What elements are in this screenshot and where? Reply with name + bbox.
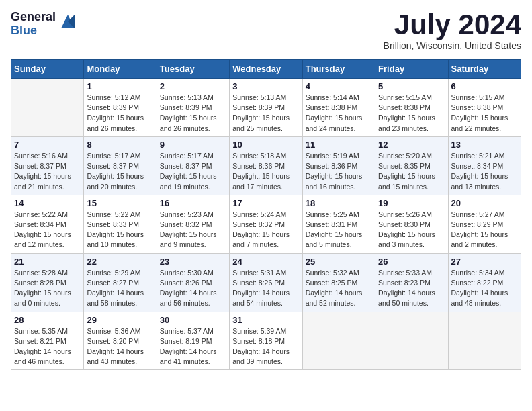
calendar-day-cell: 9Sunrise: 5:17 AM Sunset: 8:37 PM Daylig…: [157, 136, 229, 195]
logo: General Blue: [11, 11, 77, 38]
weekday-header: Thursday: [302, 60, 375, 79]
day-number: 20: [451, 198, 518, 208]
day-number: 7: [14, 140, 81, 150]
calendar-day-cell: 27Sunrise: 5:34 AM Sunset: 8:22 PM Dayli…: [448, 253, 521, 312]
logo-icon: [58, 12, 77, 31]
calendar-day-cell: 18Sunrise: 5:25 AM Sunset: 8:31 PM Dayli…: [302, 195, 375, 253]
day-info: Sunrise: 5:31 AM Sunset: 8:26 PM Dayligh…: [232, 268, 299, 309]
logo-general: General: [11, 11, 56, 24]
calendar-day-cell: 22Sunrise: 5:29 AM Sunset: 8:27 PM Dayli…: [84, 253, 157, 312]
day-number: 29: [87, 315, 153, 325]
calendar-day-cell: 11Sunrise: 5:19 AM Sunset: 8:36 PM Dayli…: [302, 136, 375, 195]
calendar-day-cell: 6Sunrise: 5:15 AM Sunset: 8:38 PM Daylig…: [448, 79, 521, 137]
day-info: Sunrise: 5:30 AM Sunset: 8:26 PM Dayligh…: [160, 268, 226, 309]
weekday-header: Monday: [84, 60, 157, 79]
calendar-day-cell: [448, 312, 521, 370]
calendar-day-cell: 1Sunrise: 5:12 AM Sunset: 8:39 PM Daylig…: [84, 79, 157, 137]
calendar-day-cell: 24Sunrise: 5:31 AM Sunset: 8:26 PM Dayli…: [230, 253, 302, 312]
day-info: Sunrise: 5:29 AM Sunset: 8:27 PM Dayligh…: [87, 268, 153, 309]
day-info: Sunrise: 5:24 AM Sunset: 8:32 PM Dayligh…: [232, 210, 299, 250]
day-info: Sunrise: 5:35 AM Sunset: 8:21 PM Dayligh…: [14, 326, 81, 367]
day-info: Sunrise: 5:26 AM Sunset: 8:30 PM Dayligh…: [378, 210, 445, 250]
day-info: Sunrise: 5:22 AM Sunset: 8:33 PM Dayligh…: [87, 210, 153, 250]
day-number: 18: [306, 198, 372, 208]
logo-blue: Blue: [11, 24, 56, 38]
day-number: 6: [451, 81, 518, 91]
day-info: Sunrise: 5:15 AM Sunset: 8:38 PM Dayligh…: [378, 93, 445, 134]
calendar-day-cell: 19Sunrise: 5:26 AM Sunset: 8:30 PM Dayli…: [375, 195, 448, 253]
day-info: Sunrise: 5:21 AM Sunset: 8:34 PM Dayligh…: [451, 151, 518, 192]
day-info: Sunrise: 5:27 AM Sunset: 8:29 PM Dayligh…: [451, 210, 518, 250]
day-number: 12: [378, 140, 445, 150]
day-number: 25: [306, 257, 372, 267]
calendar-day-cell: 31Sunrise: 5:39 AM Sunset: 8:18 PM Dayli…: [230, 312, 302, 370]
calendar-day-cell: 26Sunrise: 5:33 AM Sunset: 8:23 PM Dayli…: [375, 253, 448, 312]
day-number: 5: [378, 81, 445, 91]
day-info: Sunrise: 5:25 AM Sunset: 8:31 PM Dayligh…: [306, 210, 372, 250]
calendar-day-cell: 7Sunrise: 5:16 AM Sunset: 8:37 PM Daylig…: [11, 136, 84, 195]
page-header: General Blue July 2024 Brillion, Wiscons…: [11, 11, 521, 51]
calendar-day-cell: 20Sunrise: 5:27 AM Sunset: 8:29 PM Dayli…: [448, 195, 521, 253]
day-number: 24: [232, 257, 299, 267]
calendar-day-cell: [375, 312, 448, 370]
weekday-header: Tuesday: [157, 60, 229, 79]
day-number: 28: [14, 315, 81, 325]
calendar-day-cell: 5Sunrise: 5:15 AM Sunset: 8:38 PM Daylig…: [375, 79, 448, 137]
calendar-day-cell: [11, 79, 84, 137]
day-number: 3: [232, 81, 299, 91]
day-info: Sunrise: 5:37 AM Sunset: 8:19 PM Dayligh…: [160, 326, 226, 367]
calendar-day-cell: 17Sunrise: 5:24 AM Sunset: 8:32 PM Dayli…: [230, 195, 302, 253]
weekday-header: Wednesday: [230, 60, 302, 79]
calendar-week-row: 21Sunrise: 5:28 AM Sunset: 8:28 PM Dayli…: [11, 253, 521, 312]
day-info: Sunrise: 5:15 AM Sunset: 8:38 PM Dayligh…: [451, 93, 518, 134]
calendar-week-row: 7Sunrise: 5:16 AM Sunset: 8:37 PM Daylig…: [11, 136, 521, 195]
logo-text: General Blue: [11, 11, 56, 38]
calendar-day-cell: 29Sunrise: 5:36 AM Sunset: 8:20 PM Dayli…: [84, 312, 157, 370]
calendar-day-cell: 3Sunrise: 5:13 AM Sunset: 8:39 PM Daylig…: [230, 79, 302, 137]
day-info: Sunrise: 5:17 AM Sunset: 8:37 PM Dayligh…: [160, 151, 226, 192]
day-number: 23: [160, 257, 226, 267]
weekday-header: Saturday: [448, 60, 521, 79]
calendar-day-cell: 8Sunrise: 5:17 AM Sunset: 8:37 PM Daylig…: [84, 136, 157, 195]
weekday-header: Friday: [375, 60, 448, 79]
day-info: Sunrise: 5:32 AM Sunset: 8:25 PM Dayligh…: [306, 268, 372, 309]
day-info: Sunrise: 5:22 AM Sunset: 8:34 PM Dayligh…: [14, 210, 81, 250]
day-number: 2: [160, 81, 226, 91]
day-info: Sunrise: 5:12 AM Sunset: 8:39 PM Dayligh…: [87, 93, 153, 134]
calendar-day-cell: 16Sunrise: 5:23 AM Sunset: 8:32 PM Dayli…: [157, 195, 229, 253]
day-number: 8: [87, 140, 153, 150]
day-info: Sunrise: 5:13 AM Sunset: 8:39 PM Dayligh…: [160, 93, 226, 134]
day-number: 13: [451, 140, 518, 150]
day-info: Sunrise: 5:23 AM Sunset: 8:32 PM Dayligh…: [160, 210, 226, 250]
day-number: 31: [232, 315, 299, 325]
day-number: 30: [160, 315, 226, 325]
day-number: 27: [451, 257, 518, 267]
day-info: Sunrise: 5:20 AM Sunset: 8:35 PM Dayligh…: [378, 151, 445, 192]
day-info: Sunrise: 5:16 AM Sunset: 8:37 PM Dayligh…: [14, 151, 81, 192]
day-info: Sunrise: 5:17 AM Sunset: 8:37 PM Dayligh…: [87, 151, 153, 192]
location: Brillion, Wisconsin, United States: [384, 40, 521, 51]
calendar-week-row: 14Sunrise: 5:22 AM Sunset: 8:34 PM Dayli…: [11, 195, 521, 253]
day-number: 4: [306, 81, 372, 91]
day-number: 22: [87, 257, 153, 267]
day-info: Sunrise: 5:18 AM Sunset: 8:36 PM Dayligh…: [232, 151, 299, 192]
calendar-day-cell: 14Sunrise: 5:22 AM Sunset: 8:34 PM Dayli…: [11, 195, 84, 253]
calendar-day-cell: 30Sunrise: 5:37 AM Sunset: 8:19 PM Dayli…: [157, 312, 229, 370]
month-title: July 2024: [384, 11, 521, 39]
day-info: Sunrise: 5:33 AM Sunset: 8:23 PM Dayligh…: [378, 268, 445, 309]
calendar-week-row: 28Sunrise: 5:35 AM Sunset: 8:21 PM Dayli…: [11, 312, 521, 370]
calendar-day-cell: 13Sunrise: 5:21 AM Sunset: 8:34 PM Dayli…: [448, 136, 521, 195]
title-block: July 2024 Brillion, Wisconsin, United St…: [384, 11, 521, 51]
day-number: 14: [14, 198, 81, 208]
day-info: Sunrise: 5:14 AM Sunset: 8:38 PM Dayligh…: [306, 93, 372, 134]
day-info: Sunrise: 5:13 AM Sunset: 8:39 PM Dayligh…: [232, 93, 299, 134]
weekday-header: Sunday: [11, 60, 84, 79]
calendar-day-cell: 28Sunrise: 5:35 AM Sunset: 8:21 PM Dayli…: [11, 312, 84, 370]
day-info: Sunrise: 5:28 AM Sunset: 8:28 PM Dayligh…: [14, 268, 81, 309]
day-info: Sunrise: 5:39 AM Sunset: 8:18 PM Dayligh…: [232, 326, 299, 367]
calendar-day-cell: 12Sunrise: 5:20 AM Sunset: 8:35 PM Dayli…: [375, 136, 448, 195]
day-number: 17: [232, 198, 299, 208]
calendar-day-cell: 25Sunrise: 5:32 AM Sunset: 8:25 PM Dayli…: [302, 253, 375, 312]
day-number: 11: [306, 140, 372, 150]
calendar-day-cell: 10Sunrise: 5:18 AM Sunset: 8:36 PM Dayli…: [230, 136, 302, 195]
